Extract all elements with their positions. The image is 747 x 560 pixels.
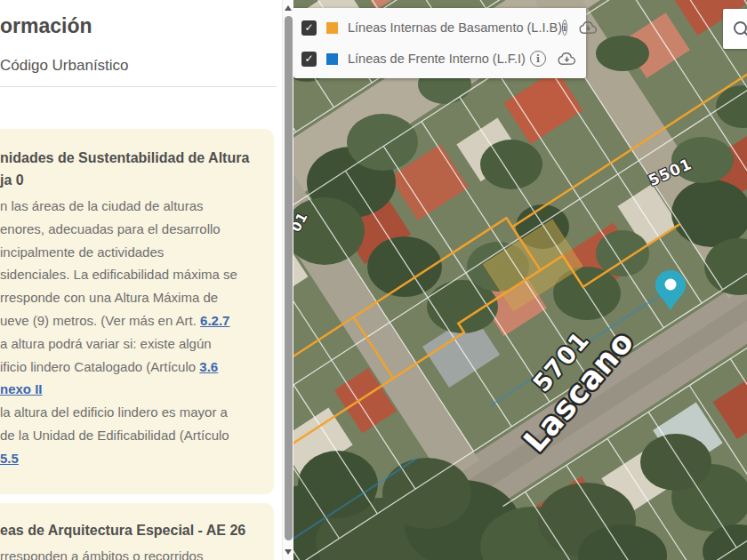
card-title-line: eas de Arquitectura Especial - AE 26 [0,519,261,541]
card-text-line: ueve (9) metros. (Ver más en Art. 6.2.7 [0,309,261,332]
card-body: rresponden a ámbitos o recorridos [0,545,261,560]
card-text-line: incipalmente de actividades [0,241,261,264]
legend-row-lfi: ✓ Líneas de Frente Interno (L.F.I) i [301,47,577,70]
cloud-download-icon[interactable] [557,52,577,67]
app-root: ormación Código Urbanístico nidades de S… [0,0,747,560]
card-text-line: enores, adecuadas para el desarrollo [0,218,261,241]
article-link[interactable]: 6.2.7 [200,313,229,328]
panel-title: ormación [0,14,92,38]
panel-scrollbar[interactable] [282,0,293,560]
panel-divider [0,86,277,87]
card-text-line: nexo II [0,378,261,401]
cloud-download-icon[interactable] [578,20,598,36]
info-panel: ormación Código Urbanístico nidades de S… [0,0,293,560]
article-link[interactable]: 5.5 [0,451,19,466]
scrollbar-up-arrow[interactable] [285,5,292,11]
layers-legend: ✓ Líneas Internas de Basamento (L.I.B) i… [293,8,586,78]
card-title-line: ja 0 [0,169,261,191]
layer-swatch-lib [326,22,338,34]
info-card-ae26: eas de Arquitectura Especial - AE 26 rre… [0,503,274,560]
map-canvas[interactable]: 0155015701Lascano ✓ Líneas Internas de B… [293,0,747,560]
scrollbar-down-arrow[interactable] [285,549,292,555]
search-button[interactable] [723,9,747,49]
info-icon[interactable]: i [530,51,546,67]
layer-swatch-lfi [326,53,338,65]
aerial-imagery: 0155015701Lascano [293,0,747,560]
card-body: n las áreas de la ciudad de alturasenore… [0,195,261,470]
card-text-line: de la Unidad de Edificabilidad (Artículo [0,424,261,447]
card-text-line: rresponden a ámbitos o recorridos [0,545,261,560]
search-icon [731,19,747,40]
panel-subtitle: Código Urbanístico [0,57,129,75]
info-card-sustentabilidad: nidades de Sustentabilidad de Altura ja … [0,129,274,494]
scrollbar-thumb[interactable] [285,16,293,540]
legend-row-lib: ✓ Líneas Internas de Basamento (L.I.B) i [301,16,577,39]
checkbox-lfi[interactable]: ✓ [301,52,317,67]
card-text-line: n las áreas de la ciudad de alturas [0,195,261,218]
layer-label-lfi: Líneas de Frente Interno (L.F.I) [348,52,526,66]
card-text-line: ificio lindero Catalogado (Artículo 3.6 [0,356,261,379]
card-text-line: 5.5 [0,447,261,470]
layer-label-lib: Líneas Internas de Basamento (L.I.B) [348,20,562,35]
card-text-line: sidenciales. La edificabilidad máxima se [0,263,261,286]
card-title-line: nidades de Sustentabilidad de Altura [0,147,261,169]
checkbox-lib[interactable]: ✓ [301,20,317,36]
article-link[interactable]: nexo II [0,381,43,396]
info-icon[interactable]: i [562,20,567,36]
card-text-line: rresponde con una Altura Máxima de [0,286,261,309]
article-link[interactable]: 3.6 [199,359,218,374]
card-text-line: la altura del edificio lindero es mayor … [0,401,261,424]
card-text-line: a altura podrá variar si: existe algún [0,332,261,356]
